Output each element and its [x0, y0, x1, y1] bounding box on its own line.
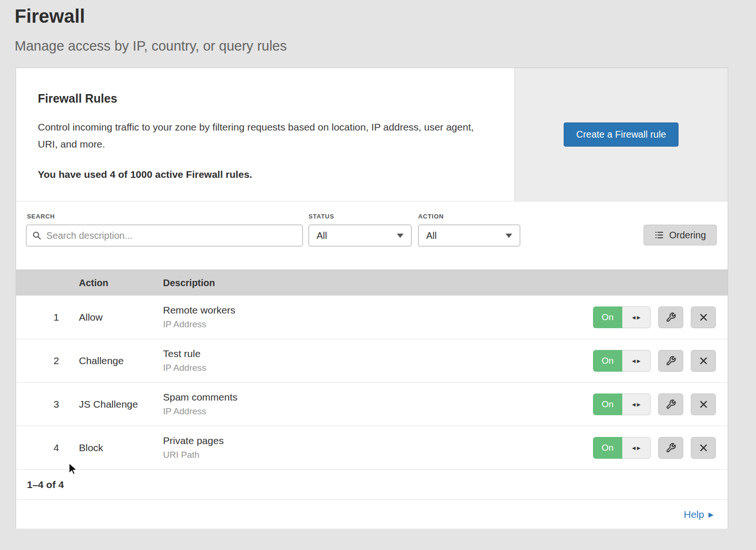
close-icon [699, 313, 708, 322]
toggle-arrows-icon[interactable]: ◂▸ [622, 306, 651, 328]
edit-rule-button[interactable] [658, 437, 683, 459]
rule-description: Spam comments [163, 392, 593, 403]
table-row: 1 Allow Remote workers IP Address On ◂▸ [16, 296, 728, 339]
action-select-value: All [426, 230, 437, 241]
close-icon [699, 443, 708, 453]
rule-action: JS Challenge [79, 399, 163, 410]
table-row: 4 Block Private pages URI Path On ◂▸ [16, 426, 728, 470]
toggle-on-label: On [593, 350, 622, 372]
close-icon [699, 400, 708, 409]
filters-bar: SEARCH STATUS ACTION All All [16, 201, 728, 270]
toggle-on-label: On [593, 437, 622, 459]
rule-description: Remote workers [163, 305, 593, 316]
rule-controls: On ◂▸ [593, 350, 716, 372]
section-heading: Firewall Rules [38, 92, 492, 105]
ordering-list-icon [654, 230, 664, 240]
wrench-icon [666, 399, 676, 410]
create-firewall-rule-button[interactable]: Create a Firewall rule [564, 122, 678, 147]
intro-text-panel: Firewall Rules Control incoming traffic … [16, 68, 514, 201]
rule-description: Private pages [163, 435, 593, 446]
edit-rule-button[interactable] [658, 306, 683, 328]
table-header: Action Description [16, 270, 728, 296]
ordering-button-label: Ordering [669, 230, 706, 241]
action-label: ACTION [418, 213, 444, 220]
rule-description-cell: Remote workers IP Address [163, 305, 593, 330]
rule-controls: On ◂▸ [593, 437, 716, 459]
search-input[interactable] [46, 230, 297, 241]
column-header-description: Description [163, 278, 215, 288]
help-row: Help ▶ [16, 500, 728, 529]
rule-enabled-toggle[interactable]: On ◂▸ [593, 350, 651, 372]
delete-rule-button[interactable] [691, 393, 716, 415]
pagination-summary: 1–4 of 4 [27, 479, 64, 490]
search-label: SEARCH [27, 213, 55, 220]
page-subtitle: Manage access by IP, country, or query r… [15, 38, 756, 54]
search-icon [32, 231, 42, 240]
rule-action: Challenge [79, 355, 163, 367]
wrench-icon [666, 356, 676, 366]
rule-enabled-toggle[interactable]: On ◂▸ [593, 306, 651, 328]
intro-action-panel: Create a Firewall rule [514, 68, 728, 201]
firewall-rules-card: Firewall Rules Control incoming traffic … [16, 68, 728, 529]
page-header: Firewall Manage access by IP, country, o… [0, 0, 756, 54]
wrench-icon [666, 443, 676, 453]
toggle-arrows-icon[interactable]: ◂▸ [622, 437, 651, 459]
rule-description-cell: Test rule IP Address [163, 348, 593, 373]
edit-rule-button[interactable] [658, 393, 683, 415]
rule-number: 2 [16, 355, 79, 367]
toggle-arrows-icon[interactable]: ◂▸ [622, 350, 651, 372]
toggle-on-label: On [593, 393, 622, 415]
pagination-row: 1–4 of 4 [16, 470, 728, 500]
chevron-down-icon [397, 234, 404, 238]
close-icon [699, 356, 708, 366]
action-select[interactable]: All [418, 225, 520, 246]
rule-action: Block [79, 442, 163, 454]
delete-rule-button[interactable] [691, 306, 716, 328]
rule-controls: On ◂▸ [593, 306, 716, 328]
help-link[interactable]: Help ▶ [684, 509, 713, 520]
toggle-arrows-icon[interactable]: ◂▸ [622, 393, 651, 415]
ordering-button[interactable]: Ordering [644, 225, 717, 245]
help-arrow-icon: ▶ [708, 511, 713, 518]
usage-summary: You have used 4 of 1000 active Firewall … [38, 169, 492, 180]
wrench-icon [666, 312, 676, 323]
rule-description-cell: Spam comments IP Address [163, 392, 593, 417]
rule-number: 1 [16, 312, 79, 323]
intro-section: Firewall Rules Control incoming traffic … [16, 68, 728, 201]
rule-number: 3 [16, 399, 79, 410]
delete-rule-button[interactable] [691, 437, 716, 459]
help-link-label: Help [684, 509, 704, 520]
table-row: 2 Challenge Test rule IP Address On ◂▸ [16, 339, 728, 383]
table-row: 3 JS Challenge Spam comments IP Address … [16, 383, 728, 426]
section-description: Control incoming traffic to your zone by… [38, 119, 491, 153]
rule-match-type: IP Address [163, 363, 593, 373]
rule-description-cell: Private pages URI Path [163, 435, 593, 460]
edit-rule-button[interactable] [658, 350, 683, 372]
rule-number: 4 [16, 442, 79, 454]
status-select[interactable]: All [309, 225, 412, 246]
rule-description: Test rule [163, 348, 593, 359]
status-select-value: All [317, 230, 327, 241]
rule-enabled-toggle[interactable]: On ◂▸ [593, 437, 651, 459]
chevron-down-icon [506, 234, 512, 238]
page-title: Firewall [15, 6, 756, 27]
rule-match-type: URI Path [163, 450, 593, 460]
rule-enabled-toggle[interactable]: On ◂▸ [593, 393, 651, 415]
rule-match-type: IP Address [163, 406, 593, 417]
toggle-on-label: On [593, 306, 622, 328]
rule-controls: On ◂▸ [593, 393, 716, 415]
status-label: STATUS [309, 213, 334, 220]
delete-rule-button[interactable] [691, 350, 716, 372]
column-header-action: Action [79, 278, 108, 288]
rule-action: Allow [79, 312, 163, 323]
rule-match-type: IP Address [163, 319, 593, 330]
search-box[interactable] [26, 225, 303, 246]
